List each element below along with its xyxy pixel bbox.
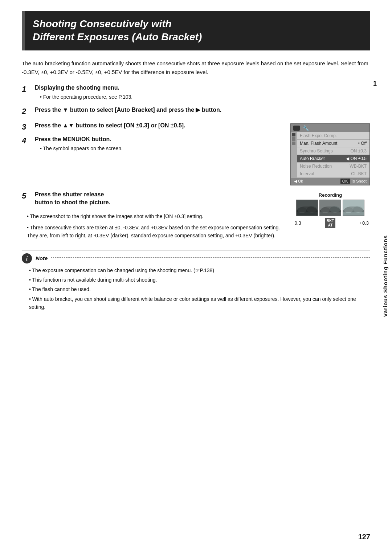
menu-bottom-bar: ◀ Ok OK To Shoot bbox=[291, 178, 369, 185]
page-container: Various Shooting Functions 1 Shooting Co… bbox=[0, 0, 392, 552]
rec-img-dark bbox=[296, 200, 318, 216]
recording-value-left: −0.3 bbox=[292, 220, 301, 226]
menu-bottom-right: OK To Shoot bbox=[340, 179, 367, 184]
note-section: i Note The exposure compensation can be … bbox=[22, 250, 370, 311]
step-1-content: Displaying the shooting menu. For the op… bbox=[35, 84, 370, 101]
steps-3-4-with-image: 3 Press the ▲▼ buttons to select [ON ±0.… bbox=[22, 122, 370, 185]
menu-sidebar-indicators bbox=[291, 132, 297, 178]
intro-paragraph: The auto bracketing function automatical… bbox=[22, 59, 370, 77]
note-title: Note bbox=[36, 255, 48, 261]
step-5-bullet-1: The screenshot to the right shows the im… bbox=[27, 212, 283, 220]
svg-point-3 bbox=[298, 207, 306, 213]
recording-values: −0.3 BKTAT +0.3 bbox=[290, 218, 370, 228]
page-title: Shooting Consecutively with Different Ex… bbox=[33, 17, 362, 44]
step-5-number: 5 bbox=[22, 191, 35, 201]
step-3-content: Press the ▲▼ buttons to select [ON ±0.3]… bbox=[35, 122, 283, 130]
step-5: 5 Press the shutter releasebutton to sho… bbox=[22, 191, 283, 208]
menu-topbar-icon2: 🔧 bbox=[303, 125, 309, 131]
camera-menu-container: 🔧 Flash Expo. Comp. bbox=[290, 123, 370, 185]
step-4: 4 Press the MENU/OK button. The symbol a… bbox=[22, 135, 283, 152]
step-1-number: 1 bbox=[22, 84, 35, 94]
step-5-title: Press the shutter releasebutton to shoot… bbox=[35, 191, 283, 207]
menu-items-list: Flash Expo. Comp. Man. Flash Amount • Of… bbox=[297, 132, 369, 178]
recording-label: Recording bbox=[290, 192, 370, 198]
sidebar-tab-text: Various Shooting Functions bbox=[382, 235, 388, 317]
camera-icon bbox=[293, 126, 300, 131]
indicator-3 bbox=[292, 142, 295, 145]
menu-item-man-flash: Man. Flash Amount • Off bbox=[297, 140, 369, 147]
rec-img-light-svg bbox=[343, 200, 364, 216]
menu-topbar: 🔧 bbox=[291, 124, 369, 132]
rec-img-mid bbox=[319, 200, 341, 216]
step-4-title: Press the MENU/OK button. bbox=[35, 135, 283, 143]
step-4-number: 4 bbox=[22, 135, 35, 146]
note-item-1: The exposure compensation can be changed… bbox=[29, 266, 370, 274]
indicator-2 bbox=[292, 137, 295, 141]
note-item-2: This function is not available during mu… bbox=[29, 276, 370, 284]
rec-img-dark-svg bbox=[297, 200, 318, 216]
step-5-bullets: The screenshot to the right shows the im… bbox=[27, 212, 283, 240]
menu-body: Flash Expo. Comp. Man. Flash Amount • Of… bbox=[291, 132, 369, 178]
steps-3-4-text: 3 Press the ▲▼ buttons to select [ON ±0.… bbox=[22, 122, 283, 158]
sidebar-tab: Various Shooting Functions bbox=[378, 0, 392, 552]
page-number: 127 bbox=[358, 533, 370, 541]
step-5-content: Press the shutter releasebutton to shoot… bbox=[35, 191, 283, 208]
menu-item-noise-reduction: Noise Reduction WB-BKT bbox=[297, 163, 369, 170]
step-5-container: 5 Press the shutter releasebutton to sho… bbox=[22, 191, 370, 241]
note-item-3: The flash cannot be used. bbox=[29, 285, 370, 293]
step-2-content: Press the ▼ button to select [Auto Brack… bbox=[35, 106, 370, 115]
menu-bottom-left: ◀ Ok bbox=[294, 179, 303, 184]
menu-item-flash-expo: Flash Expo. Comp. bbox=[297, 132, 369, 140]
svg-rect-7 bbox=[320, 210, 341, 216]
svg-point-9 bbox=[330, 206, 340, 213]
step-2-number: 2 bbox=[22, 106, 35, 116]
step-2-title: Press the ▼ button to select [Auto Brack… bbox=[35, 106, 370, 114]
svg-point-8 bbox=[321, 207, 330, 213]
step-1-title: Displaying the shooting menu. bbox=[35, 84, 370, 92]
step-5-text: 5 Press the shutter releasebutton to sho… bbox=[22, 191, 283, 241]
step-4-sub: The symbol appears on the screen. bbox=[40, 145, 283, 152]
step-1: 1 Displaying the shooting menu. For the … bbox=[22, 84, 370, 101]
svg-point-14 bbox=[353, 206, 363, 213]
recording-value-right: +0.3 bbox=[359, 220, 369, 226]
recording-display: Recording bbox=[290, 192, 370, 228]
recording-images bbox=[290, 200, 370, 216]
svg-point-13 bbox=[344, 207, 353, 213]
step-5-paragraph-2: Three consecutive shots are taken at ±0,… bbox=[27, 224, 283, 240]
svg-text:i: i bbox=[26, 255, 28, 262]
steps-section: 1 Displaying the shooting menu. For the … bbox=[22, 84, 370, 241]
step-1-sub: For the operating procedure, see P.103. bbox=[40, 93, 370, 101]
menu-item-auto-bracket: Auto Bracket ◀ ON ±0.5 bbox=[297, 155, 369, 163]
menu-item-synchro: Synchro Settings ON ±0.3 bbox=[297, 147, 369, 155]
margin-number: 1 bbox=[373, 80, 377, 87]
note-icon-svg: i bbox=[22, 253, 32, 263]
note-dashes bbox=[51, 257, 370, 258]
title-box: Shooting Consecutively with Different Ex… bbox=[22, 11, 370, 50]
step-3-number: 3 bbox=[22, 122, 35, 132]
note-item-4: With auto bracket, you can shoot using d… bbox=[29, 295, 370, 311]
recording-section: Recording bbox=[290, 192, 370, 228]
bkt-badge: BKTAT bbox=[325, 218, 336, 228]
svg-rect-12 bbox=[343, 210, 364, 216]
svg-rect-2 bbox=[297, 210, 318, 216]
rec-img-light bbox=[343, 200, 364, 216]
step-2: 2 Press the ▼ button to select [Auto Bra… bbox=[22, 106, 370, 116]
note-items: The exposure compensation can be changed… bbox=[29, 266, 370, 311]
menu-item-interval: Interval CL-BKT bbox=[297, 170, 369, 178]
camera-menu: 🔧 Flash Expo. Comp. bbox=[290, 123, 370, 185]
main-content: Shooting Consecutively with Different Ex… bbox=[22, 0, 370, 334]
rec-img-mid-svg bbox=[320, 200, 341, 216]
step-3: 3 Press the ▲▼ buttons to select [ON ±0.… bbox=[22, 122, 283, 132]
step-4-content: Press the MENU/OK button. The symbol app… bbox=[35, 135, 283, 152]
note-icon: i bbox=[22, 253, 32, 263]
menu-ok-badge: OK bbox=[340, 179, 350, 184]
step-3-title: Press the ▲▼ buttons to select [ON ±0.3]… bbox=[35, 122, 283, 130]
note-header: i Note bbox=[22, 253, 370, 263]
svg-point-4 bbox=[307, 206, 317, 213]
indicator-1 bbox=[292, 133, 295, 136]
